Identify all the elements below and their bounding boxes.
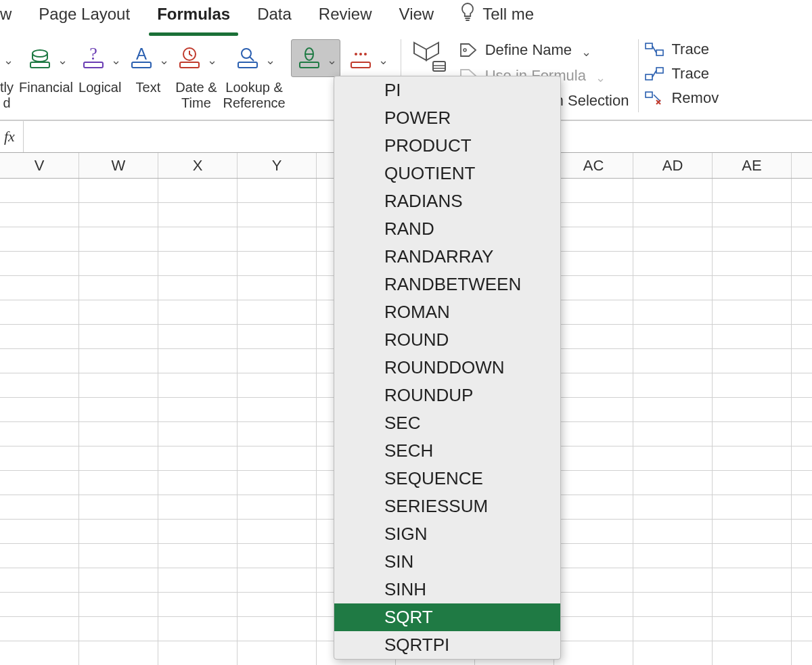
column-header[interactable]: AC [554,153,633,178]
grid-cell[interactable] [0,179,79,202]
grid-cell[interactable] [554,617,633,641]
column-header[interactable]: V [0,153,79,178]
grid-cell[interactable] [713,520,792,543]
grid-cell[interactable] [79,398,158,421]
grid-cell[interactable] [713,300,792,324]
grid-cell[interactable] [554,349,633,373]
dropdown-item[interactable]: SQRTPI [334,631,560,659]
grid-cell[interactable] [238,349,317,373]
grid-cell[interactable] [554,471,633,495]
grid-cell[interactable] [0,446,79,470]
grid-cell[interactable] [158,641,238,665]
text-button[interactable]: A ⌄ Text [124,39,172,95]
grid-cell[interactable] [713,276,792,300]
more-functions-button[interactable]: ⌄ [343,39,391,77]
dropdown-item[interactable]: RANDBETWEEN [334,271,560,298]
grid-cell[interactable] [79,495,158,519]
grid-cell[interactable] [713,495,792,519]
grid-cell[interactable] [554,325,633,348]
grid-cell[interactable] [554,373,633,397]
grid-cell[interactable] [79,568,158,592]
grid-cell[interactable] [554,568,633,592]
grid-cell[interactable] [158,568,238,592]
grid-cell[interactable] [158,252,238,275]
grid-cell[interactable] [554,544,633,568]
grid-cell[interactable] [79,617,158,641]
grid-cell[interactable] [158,179,238,202]
grid-cell[interactable] [554,495,633,519]
grid-cell[interactable] [0,300,79,324]
grid-cell[interactable] [633,373,713,397]
grid-cell[interactable] [0,593,79,616]
grid-cell[interactable] [238,495,317,519]
grid-cell[interactable] [713,617,792,641]
grid-cell[interactable] [713,179,792,202]
grid-cell[interactable] [633,422,713,446]
tab-partial[interactable]: w [0,0,25,33]
grid-cell[interactable] [792,568,812,592]
grid-cell[interactable] [792,349,812,373]
grid-cell[interactable] [238,446,317,470]
dropdown-item[interactable]: ROMAN [334,298,560,326]
grid-cell[interactable] [554,641,633,665]
date-time-button[interactable]: ⌄ Date & Time [172,39,220,111]
grid-cell[interactable] [238,617,317,641]
trace-dependents-button[interactable]: Trace [644,65,719,83]
grid-cell[interactable] [554,593,633,616]
grid-cell[interactable] [792,593,812,616]
grid-cell[interactable] [0,398,79,421]
grid-cell[interactable] [79,471,158,495]
grid-cell[interactable] [713,544,792,568]
grid-cell[interactable] [79,203,158,227]
grid-cell[interactable] [633,325,713,348]
grid-cell[interactable] [158,520,238,543]
grid-cell[interactable] [0,641,79,665]
grid-cell[interactable] [554,300,633,324]
trace-precedents-button[interactable]: Trace [644,41,719,58]
grid-cell[interactable] [633,544,713,568]
grid-cell[interactable] [238,227,317,251]
math-trig-button[interactable]: ⌄ [288,39,343,77]
dropdown-item[interactable]: RADIANS [334,187,560,215]
column-header[interactable] [792,153,812,178]
logical-button[interactable]: ? ⌄ Logical [76,39,124,95]
tab-view[interactable]: View [386,0,448,33]
grid-cell[interactable] [0,568,79,592]
grid-cell[interactable] [238,422,317,446]
grid-cell[interactable] [792,446,812,470]
grid-cell[interactable] [238,398,317,421]
grid-cell[interactable] [79,252,158,275]
grid-cell[interactable] [238,179,317,202]
grid-cell[interactable] [633,252,713,275]
grid-cell[interactable] [238,276,317,300]
dropdown-item[interactable]: RAND [334,215,560,243]
lookup-button[interactable]: ⌄ Lookup & Reference [220,39,288,111]
grid-cell[interactable] [633,300,713,324]
grid-cell[interactable] [79,325,158,348]
grid-cell[interactable] [633,203,713,227]
grid-cell[interactable] [0,227,79,251]
grid-cell[interactable] [79,520,158,543]
grid-cell[interactable] [158,227,238,251]
grid-cell[interactable] [0,203,79,227]
grid-cell[interactable] [713,446,792,470]
grid-cell[interactable] [238,325,317,348]
grid-cell[interactable] [554,179,633,202]
grid-cell[interactable] [713,568,792,592]
grid-cell[interactable] [0,373,79,397]
grid-cell[interactable] [792,495,812,519]
grid-cell[interactable] [554,276,633,300]
column-header[interactable]: W [79,153,158,178]
recently-used-button[interactable]: ⌄ tly d [0,39,16,111]
dropdown-item[interactable]: SECH [334,437,560,465]
dropdown-item[interactable]: ROUND [334,326,560,354]
grid-cell[interactable] [633,617,713,641]
dropdown-item[interactable]: POWER [334,104,560,132]
grid-cell[interactable] [633,398,713,421]
grid-cell[interactable] [792,398,812,421]
grid-cell[interactable] [238,471,317,495]
grid-cell[interactable] [633,593,713,616]
dropdown-item[interactable]: PRODUCT [334,132,560,160]
grid-cell[interactable] [79,641,158,665]
name-manager-button[interactable] [407,39,453,77]
